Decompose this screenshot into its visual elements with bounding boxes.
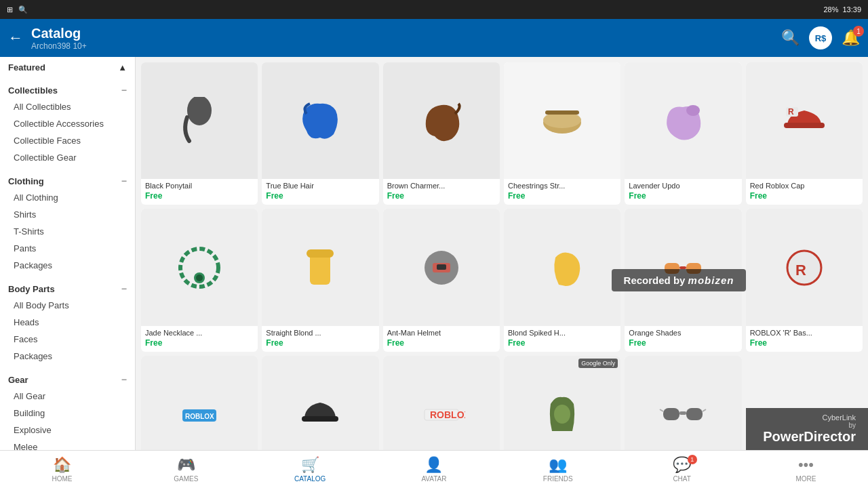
- sidebar-section-featured: Featured ▲: [0, 57, 135, 75]
- bottom-nav-home[interactable]: 🏠 HOME: [41, 456, 82, 483]
- games-label: GAMES: [174, 475, 198, 483]
- sidebar-section-collectibles: Collectibles −: [0, 79, 135, 98]
- item-card-stylish-aviators[interactable]: Stylish Aviators Free: [625, 356, 741, 450]
- sidebar-item-all-clothing[interactable]: All Clothing: [0, 189, 135, 206]
- search-icon[interactable]: 🔍: [781, 29, 800, 47]
- item-card-roblox-visor[interactable]: ROBLOX Roblox Visor Free: [141, 356, 258, 450]
- chat-label: CHAT: [673, 475, 690, 483]
- time-display: 13:39: [842, 5, 861, 14]
- sidebar-item-heads[interactable]: Heads: [0, 314, 135, 331]
- sidebar-item-packages-clothing[interactable]: Packages: [0, 257, 135, 274]
- item-card-blond-spiked[interactable]: Blond Spiked H... Free: [504, 209, 620, 351]
- item-card-antman-helmet[interactable]: Ant-Man Helmet Free: [383, 209, 500, 351]
- bodyparts-collapse-icon[interactable]: −: [121, 283, 127, 294]
- item-card-roblox-r-base[interactable]: R ROBLOX 'R' Bas... Free: [746, 209, 863, 351]
- sidebar-item-building[interactable]: Building: [0, 405, 135, 422]
- item-price: Free: [508, 338, 616, 348]
- item-card-red-roblox-cap[interactable]: R Red Roblox Cap Free: [746, 62, 863, 205]
- google-only-badge: Google Only: [578, 359, 618, 368]
- sidebar-item-faces[interactable]: Faces: [0, 331, 135, 348]
- item-card-medieval-hood[interactable]: Google Only Medieval Hood ... Free: [504, 356, 620, 450]
- item-card-lavender-updo[interactable]: Lavender Updo Free: [625, 62, 741, 205]
- top-nav: ← Catalog Archon398 10+ 🔍 R$ 🔔 1: [0, 19, 868, 57]
- page-title: Catalog: [31, 25, 773, 41]
- bottom-nav: 🏠 HOME 🎮 GAMES 🛒 CATALOG 👤 AVATAR 👥 FRIE…: [0, 450, 868, 488]
- item-name: Blond Spiked H...: [508, 329, 616, 337]
- svg-text:R: R: [795, 262, 806, 279]
- svg-rect-3: [545, 110, 579, 115]
- catalog-label: CATALOG: [294, 475, 326, 483]
- item-name: Orange Shades: [629, 329, 737, 337]
- bodyparts-label: Body Parts: [8, 284, 55, 294]
- bottom-nav-more[interactable]: ••• MORE: [785, 456, 826, 483]
- sidebar-section-clothing: Clothing −: [0, 170, 135, 189]
- battery-pct: 28%: [823, 5, 838, 14]
- item-card-roblox-logo-visor[interactable]: ROBLOX Roblox Logo Vis... Free: [383, 356, 500, 450]
- item-name: Brown Charmer...: [387, 182, 496, 190]
- sidebar-item-pants[interactable]: Pants: [0, 240, 135, 257]
- sidebar-item-all-gear[interactable]: All Gear: [0, 388, 135, 405]
- sidebar-item-collectible-accessories[interactable]: Collectible Accessories: [0, 115, 135, 132]
- item-name: Lavender Updo: [629, 182, 737, 190]
- item-name: Cheestrings Str...: [508, 182, 616, 190]
- robux-button[interactable]: R$: [809, 26, 832, 49]
- gear-label: Gear: [8, 375, 28, 385]
- sidebar-item-collectible-gear[interactable]: Collectible Gear: [0, 149, 135, 166]
- item-name: Black Ponytail: [145, 182, 254, 190]
- svg-point-26: [554, 405, 570, 424]
- svg-point-10: [196, 274, 203, 281]
- content-area: Black Ponytail Free True Blue Hair Free: [136, 57, 868, 450]
- status-bar: ⊞ 🔍 28% 13:39: [0, 0, 868, 19]
- item-card-jade-necklace[interactable]: Jade Necklace ... Free: [141, 209, 258, 351]
- item-card-brown-charmer[interactable]: Brown Charmer... Free: [383, 62, 500, 205]
- sidebar-section-gear: Gear −: [0, 369, 135, 388]
- sidebar-item-all-collectibles[interactable]: All Collectibles: [0, 98, 135, 115]
- item-card-straight-blond[interactable]: Straight Blond ... Free: [262, 209, 378, 351]
- friends-icon: 👥: [549, 456, 567, 474]
- item-card-true-blue-hair[interactable]: True Blue Hair Free: [262, 62, 378, 205]
- svg-rect-18: [679, 266, 686, 269]
- clothing-collapse-icon[interactable]: −: [121, 176, 127, 186]
- svg-text:R: R: [788, 107, 794, 117]
- item-card-orange-shades[interactable]: Orange Shades Free: [625, 209, 741, 351]
- item-card-empty: [746, 356, 863, 450]
- bottom-nav-avatar[interactable]: 👤 AVATAR: [414, 456, 454, 483]
- svg-rect-16: [665, 263, 679, 274]
- home-label: HOME: [52, 475, 72, 483]
- sidebar-item-all-bodyparts[interactable]: All Body Parts: [0, 297, 135, 314]
- collectibles-collapse-icon[interactable]: −: [121, 85, 127, 96]
- item-price: Free: [145, 191, 254, 201]
- item-card-roblox-baseball[interactable]: Roblox Baseball... Free: [262, 356, 378, 450]
- svg-point-4: [686, 105, 700, 116]
- item-card-black-ponytail[interactable]: Black Ponytail Free: [141, 62, 258, 205]
- svg-text:ROBLOX: ROBLOX: [430, 409, 465, 420]
- sidebar-item-melee[interactable]: Melee: [0, 439, 135, 450]
- bottom-nav-games[interactable]: 🎮 GAMES: [165, 456, 206, 483]
- item-price: Free: [508, 191, 616, 201]
- sidebar-item-shirts[interactable]: Shirts: [0, 206, 135, 223]
- item-name: ROBLOX 'R' Bas...: [750, 329, 859, 337]
- bottom-nav-chat[interactable]: 💬 1 CHAT: [662, 456, 703, 483]
- svg-rect-27: [663, 408, 679, 420]
- item-name: True Blue Hair: [266, 182, 374, 190]
- bottom-nav-friends[interactable]: 👥 FRIENDS: [538, 456, 578, 483]
- svg-line-30: [660, 409, 663, 411]
- sidebar-section-bodyparts: Body Parts −: [0, 278, 135, 297]
- collectibles-label: Collectibles: [8, 85, 58, 96]
- featured-collapse-icon[interactable]: ▲: [118, 62, 127, 73]
- svg-text:ROBLOX: ROBLOX: [185, 413, 214, 420]
- sidebar-item-packages-body[interactable]: Packages: [0, 348, 135, 365]
- bottom-nav-catalog[interactable]: 🛒 CATALOG: [290, 456, 330, 483]
- svg-rect-17: [686, 263, 701, 274]
- sidebar-item-explosive[interactable]: Explosive: [0, 422, 135, 439]
- item-price: Free: [145, 338, 254, 348]
- back-button[interactable]: ←: [8, 29, 23, 47]
- more-label: MORE: [795, 475, 816, 483]
- sidebar-item-collectible-faces[interactable]: Collectible Faces: [0, 132, 135, 149]
- avatar-icon: 👤: [425, 456, 443, 474]
- notifications-icon[interactable]: 🔔 1: [842, 29, 860, 47]
- home-icon: 🏠: [53, 456, 71, 474]
- sidebar-item-tshirts[interactable]: T-Shirts: [0, 223, 135, 240]
- gear-collapse-icon[interactable]: −: [121, 374, 127, 385]
- item-card-cheestrings[interactable]: Cheestrings Str... Free: [504, 62, 620, 205]
